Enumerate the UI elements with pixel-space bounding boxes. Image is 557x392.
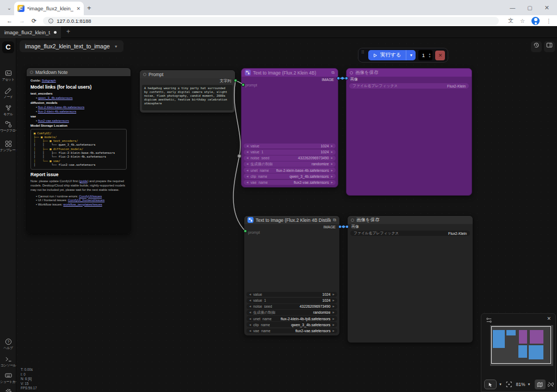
widget-noise-seed[interactable]: ◀noise_seed432262096973490▶ — [246, 304, 337, 309]
new-tab-button[interactable]: + — [87, 4, 91, 12]
widget-control-after-generate[interactable]: ◀生成後の制御randomize▶ — [244, 161, 336, 167]
issue-link[interactable]: ComfyUI/issues — [79, 195, 102, 198]
output-image-port[interactable]: IMAGE — [242, 77, 338, 82]
sidebar-item-models[interactable]: モデル — [0, 104, 16, 117]
maximize-icon[interactable]: ▢ — [527, 5, 532, 11]
collapse-dot-icon[interactable] — [30, 71, 33, 74]
node-prompt[interactable]: Prompt 文字列 A hedgehog wearing a tiny par… — [139, 70, 236, 113]
collapse-dot-icon[interactable] — [351, 219, 354, 222]
minimap-panel[interactable]: ✕ ▼ 81% ▼ — [481, 313, 556, 392]
pointer-tool-button[interactable] — [484, 379, 497, 389]
new-workflow-button[interactable]: + — [66, 28, 70, 35]
input-prompt-port[interactable]: prompt — [244, 229, 339, 235]
sidebar-item-nodes[interactable]: ノード — [0, 87, 16, 99]
browser-tab[interactable]: C *image_flux2_klein_text_to_ima ✕ — [14, 2, 84, 15]
input-prompt-port[interactable]: prompt — [242, 82, 338, 88]
node-header[interactable]: Markdown Note — [27, 68, 131, 76]
bookmark-star-icon[interactable]: ☆ — [520, 18, 525, 24]
widget-value[interactable]: ◀value1024▶ — [246, 292, 337, 297]
expand-icon[interactable]: ⧉ — [333, 217, 336, 223]
reload-icon[interactable]: ⟳ — [32, 17, 36, 24]
model-link[interactable]: flux2-vae.safetensors — [38, 119, 69, 122]
sidebar-item-settings[interactable]: 設定 — [0, 388, 16, 392]
run-options-chevron[interactable]: ▼ — [406, 50, 416, 60]
browser-menu-icon[interactable]: ⋮ — [546, 18, 552, 24]
prompt-textarea[interactable]: A hedgehog wearing a tiny party hat surr… — [142, 85, 233, 110]
forward-icon[interactable]: → — [19, 17, 25, 24]
cancel-run-button[interactable]: ✕ — [435, 51, 445, 60]
widget-control-after-generate[interactable]: ◀生成後の制御randomize▶ — [246, 310, 337, 315]
close-icon[interactable]: ✕ — [544, 4, 549, 11]
collapse-dot-icon[interactable] — [143, 73, 146, 76]
node-save-image[interactable]: 画像を保存 画像 ファイル名プレフィックス Flux2-Klein — [347, 215, 473, 343]
node-text-to-image-bypassed[interactable]: Text to Image (Flux.2 Klein 4B) ⧉ IMAGE … — [241, 68, 338, 188]
minimap-view[interactable] — [490, 325, 553, 366]
minimap-options-icon[interactable] — [486, 317, 492, 323]
guide-link[interactable]: Subgraph — [42, 79, 56, 82]
drag-handle[interactable]: ⠿ — [361, 52, 366, 59]
node-save-image-bypassed[interactable]: 画像を保存 画像 ファイル名プレフィックス Flux2-Klein — [346, 68, 472, 196]
sidebar-item-console[interactable]: コンソール — [0, 356, 16, 368]
issue-link[interactable]: workflow_templates/issues — [63, 203, 102, 206]
widget-vae-name[interactable]: ◀vae_nameflux2-vae.safetensors▶ — [244, 180, 336, 185]
expand-icon[interactable]: ⧉ — [331, 70, 335, 76]
node-header[interactable]: 画像を保存 — [348, 216, 473, 224]
note-guide-link[interactable]: guide — [80, 179, 88, 183]
node-markdown-note[interactable]: Markdown Note Guide: Subgraph Model link… — [26, 67, 131, 234]
back-icon[interactable]: ← — [7, 17, 13, 24]
widget-unet-name[interactable]: ◀unet_nameflux-2-klein-base-4b.safetenso… — [244, 167, 336, 173]
collapse-dot-icon[interactable] — [350, 71, 353, 74]
widget-value[interactable]: ◀value1024▶ — [244, 144, 336, 149]
translate-icon[interactable]: 文 — [508, 17, 513, 24]
zoom-chevron-icon[interactable]: ▼ — [527, 383, 530, 386]
run-button[interactable]: 実行する ▼ — [368, 50, 416, 60]
sidebar-item-workflows[interactable]: ワークフロー — [0, 121, 16, 133]
minimap-close-icon[interactable]: ✕ — [547, 316, 551, 321]
node-header[interactable]: Prompt — [140, 70, 235, 78]
panel-toggle-button[interactable] — [544, 41, 555, 52]
output-string-port[interactable]: 文字列 — [140, 78, 235, 84]
zoom-level[interactable]: 81% — [516, 382, 525, 387]
widget-unet-name[interactable]: ◀unet_nameflux-2-klein-4b-fp8.safetensor… — [246, 316, 337, 321]
tab-search-icon[interactable]: ⌄ — [4, 4, 14, 13]
widget-clip-name[interactable]: ◀clip_nameqwen_3_4b.safetensors▶ — [244, 173, 336, 179]
node-header[interactable]: 画像を保存 — [346, 69, 472, 77]
comfyui-logo[interactable]: C — [2, 41, 14, 53]
site-info-icon[interactable]: i — [48, 18, 53, 23]
sidebar-item-shortcuts[interactable]: ショートカット — [0, 372, 16, 384]
sidebar-item-help[interactable]: ? ヘルプ — [0, 338, 16, 351]
input-image-port[interactable]: 画像 — [348, 224, 473, 229]
widget-value-1[interactable]: ◀value_11024▶ — [246, 298, 337, 303]
widget-value-1[interactable]: ◀value_11024▶ — [244, 150, 336, 155]
address-bar[interactable]: i 127.0.0.1:8188 — [43, 17, 499, 25]
node-header[interactable]: Text to Image (Flux.2 Klein 4B) ⧉ — [242, 69, 338, 77]
model-link[interactable]: flux-2-klein-4b.safetensors — [38, 110, 76, 113]
node-text-to-image[interactable]: Text to Image (Flux.2 Klein 4B Distilled… — [244, 215, 340, 336]
profile-avatar[interactable] — [531, 17, 540, 25]
widget-vae-name[interactable]: ◀vae_nameflux2-vae.safetensors▶ — [246, 328, 337, 334]
tool-chevron-icon[interactable]: ▼ — [499, 383, 502, 386]
widget-clip-name[interactable]: ◀clip_nameqwen_3_4b.safetensors▶ — [246, 322, 337, 327]
widget-noise-seed[interactable]: ◀noise_seed432262096973490▶ — [244, 155, 336, 161]
count-steppers[interactable]: ▲▼ — [428, 53, 432, 58]
workflow-title-pill[interactable]: image_flux2_klein_text_to_image ▼ — [20, 40, 123, 52]
minimap-toggle-button[interactable] — [535, 379, 545, 389]
widget-filename-prefix[interactable]: ファイル名プレフィックス Flux2-Klein — [349, 83, 469, 89]
widget-filename-prefix[interactable]: ファイル名プレフィックス Flux2-Klein — [350, 231, 470, 236]
sidebar-item-assets[interactable]: アセット — [0, 70, 16, 82]
model-link[interactable]: qwen_3_4b.safetensors — [38, 96, 73, 99]
fit-view-icon[interactable] — [506, 381, 512, 388]
minimize-icon[interactable]: — — [510, 5, 515, 11]
link-midpoint-dot[interactable] — [341, 77, 344, 80]
history-button[interactable] — [531, 41, 542, 52]
workflow-tab[interactable]: image_flux2_klein_t... — [0, 26, 61, 38]
model-link[interactable]: flux-2-klein-base-4b.safetensors — [38, 105, 84, 109]
output-image-port[interactable]: IMAGE — [244, 224, 339, 229]
link-midpoint-dot[interactable] — [342, 226, 345, 228]
tab-close-icon[interactable]: ✕ — [76, 6, 81, 11]
batch-count-input[interactable]: 1 ▲▼ — [418, 50, 432, 60]
sidebar-item-templates[interactable]: テンプレート — [0, 140, 16, 153]
input-image-port[interactable]: 画像 — [346, 77, 472, 82]
issue-link[interactable]: ComfyUI_frontend/issues — [68, 198, 104, 202]
comfyui-canvas[interactable]: image_flux2_klein_t... + C アセット ノード モデル … — [0, 26, 557, 392]
